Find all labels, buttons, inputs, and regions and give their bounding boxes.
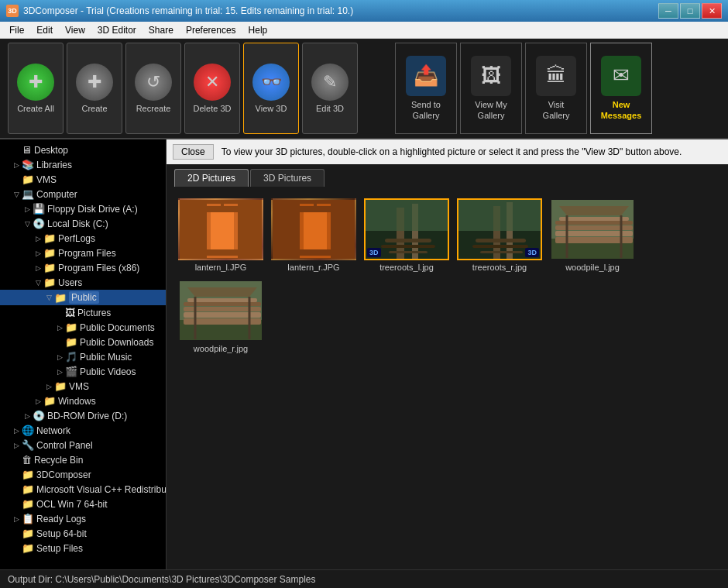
expand-icon: ▷ [11,425,22,436]
menu-edit[interactable]: Edit [30,23,59,37]
picture-thumb [271,198,356,260]
expand-icon: ▽ [11,189,22,200]
badge-3d-right: 3D [525,248,539,257]
sidebar-item-users[interactable]: ▽ 📁 Users [0,275,166,290]
create-label: Create [81,104,107,113]
create-all-label: Create All [17,104,54,113]
picture-item-woodpile-l[interactable]: woodpile_l.jpg [550,198,635,272]
picture-item-lantern-r[interactable]: lantern_r.JPG [271,198,356,272]
svg-rect-25 [472,245,528,248]
sidebar-item-computer[interactable]: ▽ 💻 Computer [0,187,166,201]
sidebar-item-public-documents[interactable]: ▷ 📁 Public Documents [0,320,166,335]
sidebar-item-ocl[interactable]: 📁 OCL Win 7 64-bit [0,497,166,511]
picture-name: lantern_r.JPG [287,263,339,272]
sidebar-item-setup-files[interactable]: 📁 Setup Files [0,541,166,555]
expand-icon: ▷ [22,204,33,215]
sidebar-item-local-disk[interactable]: ▽ 💿 Local Disk (C:) [0,216,166,231]
sidebar-item-vms[interactable]: 📁 VMS [0,172,166,187]
tab-2d-pictures[interactable]: 2D Pictures [174,169,249,187]
picture-item-treeroots-l[interactable]: 3D treeroots_l.jpg [364,198,449,272]
expand-icon: ▷ [33,396,43,407]
menu-help[interactable]: Help [242,23,274,37]
create-button[interactable]: ✚ Create [67,43,122,134]
expand-icon [11,174,22,185]
picture-name: lantern_l.JPG [195,263,247,272]
edit-3d-label: Edit 3D [316,104,344,113]
sidebar-item-control-panel[interactable]: ▷ 🔧 Control Panel [0,438,166,452]
sidebar-item-setup-64[interactable]: 📁 Setup 64-bit [0,526,166,541]
sidebar-item-desktop[interactable]: 🖥 Desktop [0,143,166,157]
view-my-gallery-button[interactable]: 🖼 View MyGallery [460,43,522,134]
status-text: Output Dir: C:\Users\Public\Documents\3D… [8,574,315,585]
expand-icon [11,469,22,480]
picture-item-lantern-l[interactable]: lantern_l.JPG [178,198,263,272]
expand-icon: ▷ [11,160,22,170]
create-icon: ✚ [76,64,113,101]
sidebar-item-program-files[interactable]: ▷ 📁 Program Files [0,246,166,260]
sidebar-item-ms-redist[interactable]: 📁 Microsoft Visual C++ Redistributa... [0,482,166,497]
sidebar-item-public-music[interactable]: ▷ 🎵 Public Music [0,349,166,364]
sidebar-item-public-downloads[interactable]: 📁 Public Downloads [0,335,166,349]
expand-icon: ▷ [54,322,65,333]
edit-3d-button[interactable]: ✎ Edit 3D [302,43,358,134]
sidebar-item-network[interactable]: ▷ 🌐 Network [0,423,166,438]
sidebar-item-pictures[interactable]: 🖼 Pictures [0,305,166,320]
recreate-button[interactable]: ↺ Recreate [125,43,181,134]
sidebar-item-public[interactable]: ▽ 📁 Public [0,290,166,305]
delete-3d-label: Delete 3D [194,104,232,113]
content-area: Close To view your 3D pictures, double-c… [167,139,728,569]
picture-name: treeroots_l.jpg [379,263,434,272]
badge-3d-left: 3D [367,248,381,257]
sidebar-item-floppy[interactable]: ▷ 💾 Floppy Disk Drive (A:) [0,201,166,216]
send-to-gallery-button[interactable]: 📤 Send toGallery [395,43,457,134]
menu-view[interactable]: View [59,23,91,37]
expand-icon [11,145,22,156]
svg-rect-9 [296,206,335,212]
create-all-icon: ✚ [17,64,54,101]
toolbar: ✚ Create All ✚ Create ↺ Recreate ✕ Delet… [0,39,728,139]
sidebar-item-windows[interactable]: ▷ 📁 Windows [0,394,166,408]
send-to-gallery-icon: 📤 [406,56,446,96]
expand-icon [11,455,22,466]
sidebar-item-ready-logs[interactable]: ▷ 📋 Ready Logs [0,511,166,526]
close-button[interactable]: ✕ [702,3,722,19]
menu-preferences[interactable]: Preferences [180,23,242,37]
sidebar-item-3dcomposer[interactable]: 📁 3DComposer [0,467,166,482]
expand-icon: ▷ [43,381,54,392]
menu-bar: File Edit View 3D Editor Share Preferenc… [0,22,728,39]
view-3d-button[interactable]: 👓 View 3D [243,43,299,134]
visit-gallery-button[interactable]: 🏛 VisitGallery [525,43,587,134]
tab-3d-pictures[interactable]: 3D Pictures [250,169,325,187]
sidebar-item-program-files-x86[interactable]: ▷ 📁 Program Files (x86) [0,260,166,275]
svg-marker-35 [559,206,629,215]
sidebar-item-libraries[interactable]: ▷ 📚 Libraries [0,157,166,172]
minimize-button[interactable]: ─ [658,3,678,19]
main-area: 🖥 Desktop ▷ 📚 Libraries 📁 VMS ▽ 💻 Comput… [0,139,728,569]
picture-thumb [550,198,635,260]
close-bar: Close To view your 3D pictures, double-c… [167,139,728,164]
menu-file[interactable]: File [3,23,30,37]
sidebar-item-recycle-bin[interactable]: 🗑 Recycle Bin [0,452,166,467]
maximize-button[interactable]: □ [680,3,700,19]
expand-icon [11,543,22,554]
close-bar-info: To view your 3D pictures, double-click o… [221,146,682,157]
menu-3deditor[interactable]: 3D Editor [91,23,143,37]
picture-name: woodpile_l.jpg [565,263,620,272]
sidebar-item-public-videos[interactable]: ▷ 🎬 Public Videos [0,364,166,379]
svg-rect-2 [211,208,234,254]
sidebar-item-vms2[interactable]: ▷ 📁 VMS [0,379,166,394]
svg-rect-18 [389,251,428,253]
create-all-button[interactable]: ✚ Create All [8,43,64,134]
picture-item-treeroots-r[interactable]: 3D treeroots_r.jpg [457,198,542,272]
delete-3d-icon: ✕ [194,64,231,101]
delete-3d-button[interactable]: ✕ Delete 3D [184,43,240,134]
sidebar-item-perflogs[interactable]: ▷ 📁 PerfLogs [0,231,166,246]
menu-share[interactable]: Share [143,23,180,37]
picture-item-woodpile-r[interactable]: woodpile_r.jpg [178,280,263,353]
close-button[interactable]: Close [173,144,214,160]
svg-rect-8 [304,208,327,254]
sidebar-item-bd-rom[interactable]: ▷ 💿 BD-ROM Drive (D:) [0,408,166,423]
picture-thumb: 3D [364,198,449,260]
svg-rect-3 [203,206,242,212]
new-messages-button[interactable]: ✉ NewMessages [590,43,652,134]
